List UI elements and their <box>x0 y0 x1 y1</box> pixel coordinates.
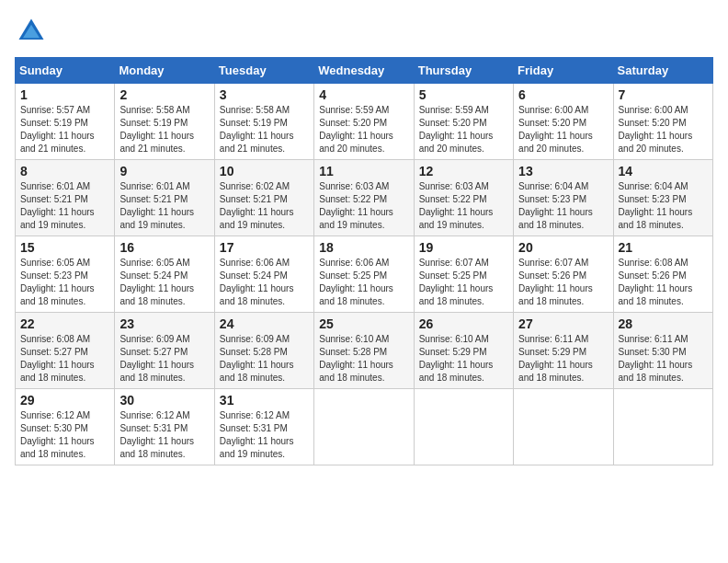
day-info: Sunrise: 6:12 AM Sunset: 5:31 PM Dayligh… <box>220 409 309 461</box>
day-number: 6 <box>518 87 608 102</box>
day-number: 8 <box>20 164 109 178</box>
weekday-header-monday: Monday <box>115 58 214 84</box>
calendar-cell: 20 Sunrise: 6:07 AM Sunset: 5:26 PM Dayl… <box>514 236 613 313</box>
day-info: Sunrise: 6:04 AM Sunset: 5:23 PM Dayligh… <box>518 180 608 232</box>
day-info: Sunrise: 6:11 AM Sunset: 5:30 PM Dayligh… <box>619 333 708 385</box>
day-number: 26 <box>419 316 508 331</box>
day-number: 7 <box>619 87 708 102</box>
calendar-cell: 22 Sunrise: 6:08 AM Sunset: 5:27 PM Dayl… <box>16 313 115 389</box>
calendar-cell: 9 Sunrise: 6:01 AM Sunset: 5:21 PM Dayli… <box>115 160 214 236</box>
calendar-cell: 11 Sunrise: 6:03 AM Sunset: 5:22 PM Dayl… <box>314 160 414 236</box>
day-number: 10 <box>220 164 309 178</box>
day-number: 12 <box>419 164 508 178</box>
day-info: Sunrise: 5:58 AM Sunset: 5:19 PM Dayligh… <box>220 104 309 155</box>
calendar-cell: 31 Sunrise: 6:12 AM Sunset: 5:31 PM Dayl… <box>214 389 313 465</box>
calendar-cell <box>414 389 513 465</box>
day-info: Sunrise: 6:05 AM Sunset: 5:23 PM Dayligh… <box>20 257 109 308</box>
day-info: Sunrise: 6:00 AM Sunset: 5:20 PM Dayligh… <box>619 104 708 155</box>
day-number: 24 <box>220 316 309 331</box>
weekday-header-tuesday: Tuesday <box>214 58 313 84</box>
logo <box>15 15 53 48</box>
day-info: Sunrise: 6:02 AM Sunset: 5:21 PM Dayligh… <box>220 180 309 232</box>
calendar-cell <box>613 389 712 465</box>
calendar-cell <box>314 389 414 465</box>
day-info: Sunrise: 6:03 AM Sunset: 5:22 PM Dayligh… <box>419 180 508 232</box>
day-number: 23 <box>119 316 209 331</box>
day-number: 5 <box>419 87 508 102</box>
day-number: 27 <box>518 316 608 331</box>
calendar-cell: 25 Sunrise: 6:10 AM Sunset: 5:28 PM Dayl… <box>314 313 414 389</box>
calendar-week-4: 22 Sunrise: 6:08 AM Sunset: 5:27 PM Dayl… <box>16 313 713 389</box>
day-number: 17 <box>220 240 309 255</box>
day-number: 29 <box>20 393 109 408</box>
calendar-cell: 8 Sunrise: 6:01 AM Sunset: 5:21 PM Dayli… <box>16 160 115 236</box>
day-info: Sunrise: 6:07 AM Sunset: 5:26 PM Dayligh… <box>518 257 608 308</box>
calendar-cell: 18 Sunrise: 6:06 AM Sunset: 5:25 PM Dayl… <box>314 236 414 313</box>
day-info: Sunrise: 6:12 AM Sunset: 5:31 PM Dayligh… <box>119 409 209 461</box>
calendar-cell: 19 Sunrise: 6:07 AM Sunset: 5:25 PM Dayl… <box>414 236 513 313</box>
calendar-cell: 23 Sunrise: 6:09 AM Sunset: 5:27 PM Dayl… <box>115 313 214 389</box>
calendar-table: SundayMondayTuesdayWednesdayThursdayFrid… <box>15 57 713 465</box>
day-info: Sunrise: 5:59 AM Sunset: 5:20 PM Dayligh… <box>419 104 508 155</box>
day-number: 18 <box>319 240 408 255</box>
day-number: 14 <box>619 164 708 178</box>
calendar-cell: 26 Sunrise: 6:10 AM Sunset: 5:29 PM Dayl… <box>414 313 513 389</box>
day-number: 19 <box>419 240 508 255</box>
calendar-cell: 15 Sunrise: 6:05 AM Sunset: 5:23 PM Dayl… <box>16 236 115 313</box>
calendar-cell: 28 Sunrise: 6:11 AM Sunset: 5:30 PM Dayl… <box>613 313 712 389</box>
day-number: 2 <box>119 87 209 102</box>
day-number: 4 <box>319 87 408 102</box>
day-number: 28 <box>619 316 708 331</box>
day-number: 16 <box>119 240 209 255</box>
weekday-header-friday: Friday <box>514 58 613 84</box>
calendar-cell: 1 Sunrise: 5:57 AM Sunset: 5:19 PM Dayli… <box>16 84 115 160</box>
day-info: Sunrise: 6:00 AM Sunset: 5:20 PM Dayligh… <box>518 104 608 155</box>
day-info: Sunrise: 6:05 AM Sunset: 5:24 PM Dayligh… <box>119 257 209 308</box>
logo-icon <box>15 15 48 48</box>
day-info: Sunrise: 5:57 AM Sunset: 5:19 PM Dayligh… <box>20 104 109 155</box>
calendar-cell: 13 Sunrise: 6:04 AM Sunset: 5:23 PM Dayl… <box>514 160 613 236</box>
day-info: Sunrise: 6:08 AM Sunset: 5:26 PM Dayligh… <box>619 257 708 308</box>
calendar-week-5: 29 Sunrise: 6:12 AM Sunset: 5:30 PM Dayl… <box>16 389 713 465</box>
calendar-week-3: 15 Sunrise: 6:05 AM Sunset: 5:23 PM Dayl… <box>16 236 713 313</box>
day-info: Sunrise: 6:08 AM Sunset: 5:27 PM Dayligh… <box>20 333 109 385</box>
calendar-cell: 16 Sunrise: 6:05 AM Sunset: 5:24 PM Dayl… <box>115 236 214 313</box>
day-info: Sunrise: 6:01 AM Sunset: 5:21 PM Dayligh… <box>119 180 209 232</box>
calendar-cell: 27 Sunrise: 6:11 AM Sunset: 5:29 PM Dayl… <box>514 313 613 389</box>
day-number: 30 <box>119 393 209 408</box>
calendar-cell: 24 Sunrise: 6:09 AM Sunset: 5:28 PM Dayl… <box>214 313 313 389</box>
day-info: Sunrise: 6:01 AM Sunset: 5:21 PM Dayligh… <box>20 180 109 232</box>
day-number: 3 <box>220 87 309 102</box>
calendar-cell: 14 Sunrise: 6:04 AM Sunset: 5:23 PM Dayl… <box>613 160 712 236</box>
day-info: Sunrise: 6:12 AM Sunset: 5:30 PM Dayligh… <box>20 409 109 461</box>
day-info: Sunrise: 6:06 AM Sunset: 5:25 PM Dayligh… <box>319 257 408 308</box>
day-info: Sunrise: 5:59 AM Sunset: 5:20 PM Dayligh… <box>319 104 408 155</box>
day-info: Sunrise: 6:04 AM Sunset: 5:23 PM Dayligh… <box>619 180 708 232</box>
calendar-cell: 4 Sunrise: 5:59 AM Sunset: 5:20 PM Dayli… <box>314 84 414 160</box>
weekday-header-saturday: Saturday <box>613 58 712 84</box>
calendar-cell: 30 Sunrise: 6:12 AM Sunset: 5:31 PM Dayl… <box>115 389 214 465</box>
calendar-cell: 6 Sunrise: 6:00 AM Sunset: 5:20 PM Dayli… <box>514 84 613 160</box>
day-number: 25 <box>319 316 408 331</box>
day-number: 9 <box>119 164 209 178</box>
day-info: Sunrise: 6:06 AM Sunset: 5:24 PM Dayligh… <box>220 257 309 308</box>
day-info: Sunrise: 6:10 AM Sunset: 5:29 PM Dayligh… <box>419 333 508 385</box>
calendar-cell: 12 Sunrise: 6:03 AM Sunset: 5:22 PM Dayl… <box>414 160 513 236</box>
day-info: Sunrise: 6:03 AM Sunset: 5:22 PM Dayligh… <box>319 180 408 232</box>
calendar-cell: 17 Sunrise: 6:06 AM Sunset: 5:24 PM Dayl… <box>214 236 313 313</box>
day-number: 15 <box>20 240 109 255</box>
day-info: Sunrise: 6:11 AM Sunset: 5:29 PM Dayligh… <box>518 333 608 385</box>
day-number: 31 <box>220 393 309 408</box>
calendar-cell: 10 Sunrise: 6:02 AM Sunset: 5:21 PM Dayl… <box>214 160 313 236</box>
day-info: Sunrise: 6:07 AM Sunset: 5:25 PM Dayligh… <box>419 257 508 308</box>
header <box>15 15 713 48</box>
day-number: 22 <box>20 316 109 331</box>
calendar-week-1: 1 Sunrise: 5:57 AM Sunset: 5:19 PM Dayli… <box>16 84 713 160</box>
calendar-cell: 7 Sunrise: 6:00 AM Sunset: 5:20 PM Dayli… <box>613 84 712 160</box>
weekday-header-sunday: Sunday <box>16 58 115 84</box>
day-number: 1 <box>20 87 109 102</box>
weekday-header-wednesday: Wednesday <box>314 58 414 84</box>
weekday-header-thursday: Thursday <box>414 58 513 84</box>
day-info: Sunrise: 6:09 AM Sunset: 5:28 PM Dayligh… <box>220 333 309 385</box>
calendar-cell: 5 Sunrise: 5:59 AM Sunset: 5:20 PM Dayli… <box>414 84 513 160</box>
